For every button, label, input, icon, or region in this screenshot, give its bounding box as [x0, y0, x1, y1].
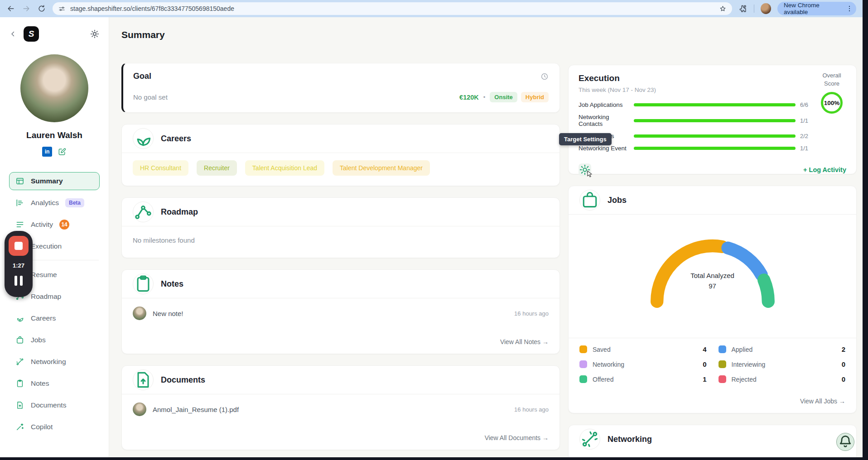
sidebar-item-documents[interactable]: Documents: [9, 396, 100, 414]
legend-swatch: [579, 345, 587, 353]
execution-row-value: 1/1: [796, 117, 811, 124]
roadmap-empty-text: No milestones found: [122, 226, 559, 258]
legend-value: 2: [842, 345, 845, 353]
goal-card: Goal No goal set €120K • OnsiteHybrid: [121, 63, 560, 113]
execution-progress-bar: [634, 119, 796, 122]
sidebar-item-label: Roadmap: [31, 292, 61, 301]
recording-timer: 1:27: [13, 262, 24, 269]
reload-icon[interactable]: [37, 4, 46, 13]
sidebar-item-label: Documents: [31, 401, 66, 409]
jobs-legend: Saved4Applied2Networking0Interviewing0Of…: [569, 338, 856, 386]
execution-row: Job Applications6/6: [579, 101, 811, 108]
sidebar-item-jobs[interactable]: Jobs: [9, 331, 100, 349]
gauge-center-value: 97: [636, 282, 790, 290]
career-pill[interactable]: Recruiter: [197, 160, 237, 176]
sidebar-item-summary[interactable]: Summary: [9, 172, 100, 190]
legend-label: Saved: [593, 346, 697, 353]
sidebar-item-careers[interactable]: Careers: [9, 309, 100, 327]
sidebar-nav: SummaryAnalyticsBetaActivity14ExecutionR…: [0, 172, 109, 436]
goal-title: Goal: [133, 72, 151, 81]
forward-icon[interactable]: [22, 4, 31, 13]
networking-icon: [15, 357, 24, 366]
networking-card: Networking: [568, 425, 857, 457]
networking-title: Networking: [608, 435, 652, 444]
goal-salary: €120K: [459, 94, 479, 101]
document-filename: Anmol_Jain_Resume (1).pdf: [153, 406, 508, 413]
sidebar-item-label: Notes: [31, 379, 49, 388]
notifications-bell-button[interactable]: [836, 433, 854, 451]
roadmap-route-icon: [133, 201, 154, 222]
sidebar: S Lauren Walsh in SummaryAnalyticsBetaAc…: [0, 17, 109, 457]
note-list-item[interactable]: New note! 16 hours ago: [122, 298, 559, 323]
settings-gear-icon[interactable]: [90, 29, 100, 39]
execution-row-label: Job Applications: [579, 101, 634, 108]
legend-label: Rejected: [732, 376, 836, 383]
legend-label: Applied: [732, 346, 836, 353]
chrome-update-label: New Chrome available: [784, 2, 843, 15]
log-activity-button[interactable]: + Log Activity: [803, 166, 846, 173]
execution-card: Execution This week (Nov 17 - Nov 23) Ov…: [568, 65, 857, 174]
collapse-sidebar-icon[interactable]: [9, 30, 17, 38]
sidebar-item-notes[interactable]: Notes: [9, 374, 100, 393]
sidebar-item-label: Jobs: [31, 336, 46, 344]
legend-swatch: [719, 375, 726, 383]
target-settings-tooltip: Target Settings: [559, 133, 612, 145]
execution-row-value: 2/2: [796, 133, 811, 139]
goal-badges: OnsiteHybrid: [490, 92, 549, 102]
view-all-jobs-link[interactable]: View All Jobs →: [569, 386, 856, 413]
execution-progress-bar: [634, 147, 796, 150]
notes-icon: [15, 379, 24, 388]
back-icon[interactable]: [6, 4, 15, 13]
documents-card: Documents Anmol_Jain_Resume (1).pdf 16 h…: [121, 365, 560, 450]
shapeshifter-logo[interactable]: S: [24, 26, 39, 42]
client-name: Lauren Walsh: [0, 130, 109, 140]
goal-badge: Onsite: [490, 92, 517, 102]
site-settings-icon[interactable]: [58, 5, 66, 13]
legend-item-rejected: Rejected0: [719, 375, 846, 383]
execution-progress-bar: [634, 103, 796, 106]
notes-card: Notes New note! 16 hours ago View All No…: [121, 269, 560, 354]
legend-swatch: [579, 375, 587, 383]
url-text: stage.shapeshifter.so/clients/67f8c33347…: [70, 5, 714, 12]
document-list-item[interactable]: Anmol_Jain_Resume (1).pdf 16 hours ago: [122, 394, 559, 419]
chrome-update-button[interactable]: New Chrome available: [777, 2, 856, 15]
legend-label: Interviewing: [732, 361, 836, 368]
linkedin-icon[interactable]: in: [42, 147, 52, 157]
legend-value: 0: [842, 375, 845, 383]
career-pill[interactable]: Talent Development Manager: [333, 160, 430, 176]
edit-profile-icon[interactable]: [58, 147, 67, 156]
document-time: 16 hours ago: [514, 406, 549, 413]
legend-item-applied: Applied2: [719, 345, 846, 353]
sidebar-item-analytics[interactable]: AnalyticsBeta: [9, 194, 100, 212]
execution-title: Execution: [579, 73, 846, 83]
sidebar-item-copilot[interactable]: Copilot: [9, 418, 100, 436]
sidebar-item-networking[interactable]: Networking: [9, 353, 100, 371]
browser-profile-avatar[interactable]: [761, 3, 771, 14]
mouse-cursor: [585, 170, 594, 179]
legend-label: Networking: [593, 361, 697, 368]
overall-score-value: 100%: [824, 100, 840, 106]
copilot-icon: [15, 422, 24, 431]
careers-title: Careers: [161, 134, 191, 144]
jobs-gauge-chart: Total Analyzed 97: [636, 226, 790, 315]
menu-dots-icon[interactable]: [845, 5, 854, 13]
jobs-icon: [15, 335, 24, 345]
stop-recording-button[interactable]: [9, 236, 29, 256]
analytics-icon: [15, 198, 24, 207]
career-pill[interactable]: Talent Acquisition Lead: [245, 160, 324, 176]
address-bar[interactable]: stage.shapeshifter.so/clients/67f8c33347…: [53, 2, 732, 15]
summary-icon: [15, 177, 24, 186]
view-all-documents-link[interactable]: View All Documents →: [122, 419, 559, 450]
documents-icon: [15, 401, 24, 410]
careers-seedling-icon: [133, 128, 154, 149]
bookmark-star-icon[interactable]: [719, 5, 727, 13]
execution-row: Networking Event1/1: [579, 145, 811, 152]
view-all-notes-link[interactable]: View All Notes →: [122, 323, 559, 354]
gauge-center-label: Total Analyzed: [636, 272, 790, 279]
careers-icon: [15, 314, 24, 323]
career-pill[interactable]: HR Consultant: [133, 160, 188, 176]
pause-recording-button[interactable]: [14, 276, 23, 286]
clock-icon[interactable]: [540, 72, 549, 81]
extensions-icon[interactable]: [738, 4, 747, 13]
execution-row-label: Networking Event: [579, 145, 634, 152]
